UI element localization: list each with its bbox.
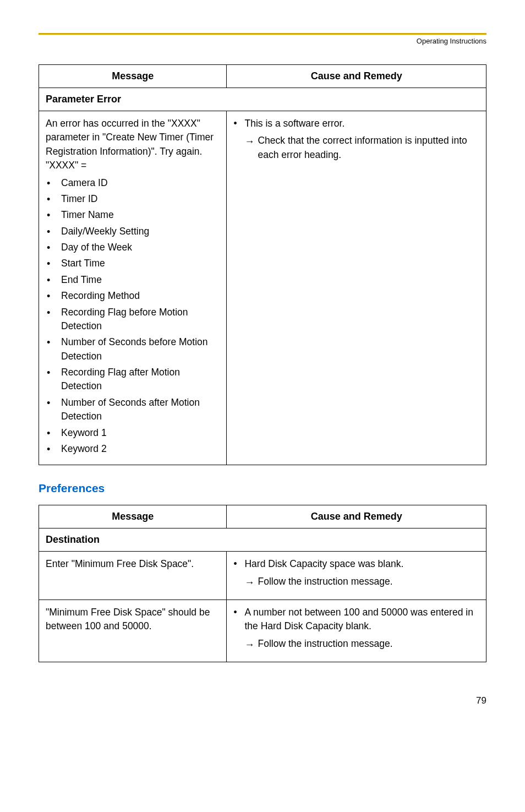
list-item: Recording Method (46, 289, 220, 303)
list-item: Recording Flag after Motion Detection (46, 366, 220, 394)
remedy-block: • This is a software error. → Check that… (233, 117, 479, 162)
header-rule (39, 33, 486, 35)
section-title-cell: Destination (39, 528, 486, 552)
list-item: Number of Seconds after Motion Detection (46, 396, 220, 424)
xxxx-label: "XXXX" = (46, 159, 220, 172)
bullet-icon: • (233, 557, 237, 571)
action-line: → Check that the correct information is … (244, 134, 479, 162)
cause-text: This is a software error. (244, 118, 344, 129)
remedy-block: • Hard Disk Capacity space was blank. → … (233, 557, 479, 588)
action-text: Follow the instruction message. (258, 576, 392, 587)
list-item: Start Time (46, 257, 220, 270)
section-title-cell: Parameter Error (39, 88, 486, 111)
preferences-table: Message Cause and Remedy Destination Ent… (39, 505, 486, 662)
list-item: End Time (46, 273, 220, 287)
list-item: Timer ID (46, 192, 220, 206)
header-message: Message (39, 505, 227, 528)
header-remedy: Cause and Remedy (227, 505, 486, 528)
header-doc-title: Operating Instructions (39, 37, 486, 45)
parameter-error-table: Message Cause and Remedy Parameter Error… (39, 64, 486, 465)
list-item: Timer Name (46, 208, 220, 222)
table-row: "Minimum Free Disk Space" should be betw… (39, 600, 486, 662)
content-row: An error has occurred in the "XXXX" para… (39, 111, 486, 465)
remedy-cell: • This is a software error. → Check that… (227, 111, 486, 465)
action-text: Check that the correct information is in… (258, 135, 467, 160)
header-remedy: Cause and Remedy (227, 65, 486, 88)
arrow-icon: → (244, 575, 254, 590)
section-row: Parameter Error (39, 88, 486, 111)
table-row: Enter "Minimum Free Disk Space". • Hard … (39, 552, 486, 600)
list-item: Day of the Week (46, 241, 220, 254)
message-cell: "Minimum Free Disk Space" should be betw… (39, 600, 227, 662)
action-line: → Follow the instruction message. (244, 637, 479, 651)
message-intro: An error has occurred in the "XXXX" para… (46, 117, 220, 159)
table-header-row: Message Cause and Remedy (39, 65, 486, 88)
table-header-row: Message Cause and Remedy (39, 505, 486, 528)
remedy-cell: • A number not between 100 and 50000 was… (227, 600, 486, 662)
xxxx-list: Camera ID Timer ID Timer Name Daily/Week… (46, 176, 220, 456)
arrow-icon: → (244, 637, 254, 652)
cause-text: Hard Disk Capacity space was blank. (244, 558, 403, 569)
list-item: Camera ID (46, 176, 220, 190)
arrow-icon: → (244, 134, 254, 149)
list-item: Keyword 2 (46, 442, 220, 456)
list-item: Keyword 1 (46, 426, 220, 440)
remedy-cell: • Hard Disk Capacity space was blank. → … (227, 552, 486, 600)
remedy-block: • A number not between 100 and 50000 was… (233, 606, 479, 651)
message-cell: Enter "Minimum Free Disk Space". (39, 552, 227, 600)
action-text: Follow the instruction message. (258, 638, 392, 649)
bullet-icon: • (233, 606, 237, 619)
list-item: Recording Flag before Motion Detection (46, 306, 220, 334)
message-cell: An error has occurred in the "XXXX" para… (39, 111, 227, 465)
cause-text: A number not between 100 and 50000 was e… (244, 607, 473, 631)
list-item: Daily/Weekly Setting (46, 225, 220, 238)
header-message: Message (39, 65, 227, 88)
list-item: Number of Seconds before Motion Detectio… (46, 335, 220, 363)
bullet-icon: • (233, 117, 237, 130)
action-line: → Follow the instruction message. (244, 575, 479, 588)
preferences-title: Preferences (39, 482, 486, 495)
section-row: Destination (39, 528, 486, 552)
page-number: 79 (39, 695, 486, 706)
